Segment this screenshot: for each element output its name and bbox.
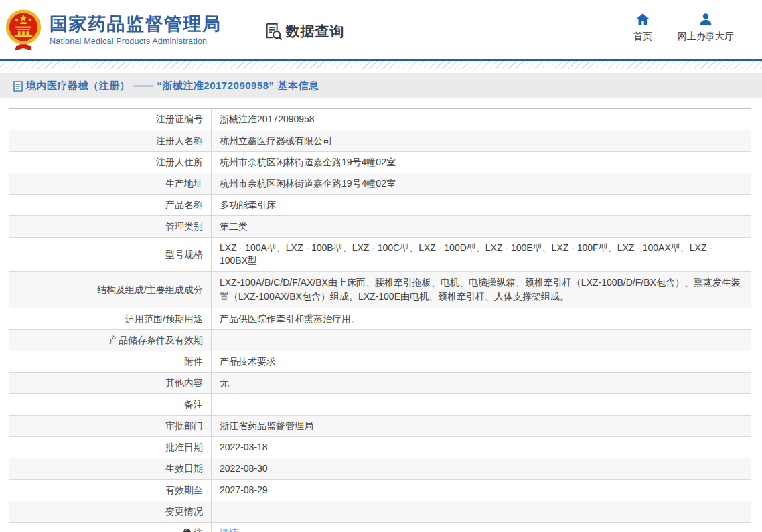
data-query-icon — [263, 21, 283, 41]
row-value-text: 2027-08-29 — [220, 484, 268, 495]
page-title: 境内医疗器械（注册） —— “浙械注准20172090958” 基本信息 — [26, 80, 319, 92]
row-label: 适用范围/预期用途 — [9, 308, 212, 329]
row-value-text: 产品供医院作牵引和熏蒸治疗用。 — [220, 313, 360, 324]
row-value — [212, 394, 751, 415]
row-value-text: 产品技术要求 — [220, 356, 276, 367]
row-value-text: 杭州立鑫医疗器械有限公司 — [220, 135, 332, 146]
table-row: 结构及组成/主要组成成分LXZ-100A/B/C/D/F/AX/BX由上床面、腰… — [9, 271, 751, 308]
row-label: 审批部门 — [9, 416, 212, 436]
row-label-text: 附件 — [184, 355, 203, 368]
row-label-text: 注册人住所 — [156, 156, 203, 169]
row-label: 附件 — [9, 351, 212, 372]
row-value: 2027-08-29 — [212, 480, 751, 501]
row-label: 管理类别 — [9, 216, 212, 237]
national-emblem-logo — [5, 8, 42, 52]
table-row: 注册人住所杭州市余杭区闲林街道嘉企路19号4幢02室 — [9, 151, 751, 173]
table-row: 注册人名称杭州立鑫医疗器械有限公司 — [9, 130, 751, 151]
row-label: 型号规格 — [9, 238, 212, 271]
table-row: 生产地址杭州市余杭区闲林街道嘉企路19号4幢02室 — [9, 173, 751, 194]
row-value-text: 2022-08-30 — [220, 463, 268, 474]
user-icon — [698, 12, 713, 27]
row-label-text: 注册人名称 — [156, 135, 203, 147]
row-label: 注册人住所 — [9, 152, 212, 173]
hatched-stripe — [0, 61, 762, 69]
nav-service-hall[interactable]: 网上办事大厅 — [678, 12, 734, 43]
table-row: 产品名称多功能牵引床 — [9, 194, 751, 215]
row-label-text: 有效期至 — [165, 484, 203, 497]
row-label: 产品名称 — [9, 195, 212, 215]
brand-text: 国家药品监督管理局 National Medical Products Admi… — [50, 13, 222, 46]
row-label-text: 型号规格 — [165, 248, 203, 261]
row-value: 第二类 — [212, 216, 751, 237]
row-label-text: 生产地址 — [165, 177, 203, 190]
table-row: 适用范围/预期用途产品供医院作牵引和熏蒸治疗用。 — [9, 308, 751, 329]
row-label-text: 产品储存条件及有效期 — [109, 334, 203, 347]
row-value-text: 杭州市余杭区闲林街道嘉企路19号4幢02室 — [220, 178, 396, 189]
row-label-text: 注册证编号 — [156, 113, 203, 126]
row-value-text: 浙江省药品监督管理局 — [220, 420, 313, 431]
header-nav: 首页 网上办事大厅 — [633, 12, 734, 43]
row-label-text: 适用范围/预期用途 — [125, 313, 203, 325]
row-value: 浙江省药品监督管理局 — [212, 416, 751, 436]
row-label-text: 其他内容 — [165, 377, 203, 389]
row-value: LXZ - 100A型、LXZ - 100B型、LXZ - 100C型、LXZ … — [212, 238, 751, 271]
row-label-text: 生效日期 — [165, 462, 203, 475]
table-row: 批准日期2022-03-18 — [9, 436, 751, 458]
row-value: 杭州市余杭区闲林街道嘉企路19号4幢02室 — [212, 173, 751, 194]
row-value — [212, 501, 751, 522]
table-row: 注册证编号浙械注准20172090958 — [9, 109, 751, 130]
row-value-text: 2022-03-18 — [220, 442, 268, 452]
table-row: 备注 — [9, 393, 751, 415]
row-label: 生效日期 — [9, 458, 212, 479]
info-table: 注册证编号浙械注准20172090958注册人名称杭州立鑫医疗器械有限公司注册人… — [9, 108, 751, 532]
table-row: 管理类别第二类 — [9, 215, 751, 237]
table-row: 型号规格LXZ - 100A型、LXZ - 100B型、LXZ - 100C型、… — [9, 237, 751, 271]
data-query-label: 数据查询 — [286, 22, 345, 41]
row-value: 2022-08-30 — [212, 458, 751, 479]
site-header: 国家药品监督管理局 National Medical Products Admi… — [0, 0, 762, 59]
row-value: 产品技术要求 — [212, 351, 751, 372]
row-label: 有效期至 — [9, 480, 212, 501]
row-label-text: 审批部门 — [165, 420, 203, 432]
nav-home[interactable]: 首页 — [633, 12, 652, 43]
row-label: 变更情况 — [9, 501, 212, 522]
table-row: 审批部门浙江省药品监督管理局 — [9, 415, 751, 436]
table-row: 产品储存条件及有效期 — [9, 329, 751, 351]
row-value: 无 — [212, 373, 751, 393]
row-value-text: 无 — [220, 377, 229, 388]
table-row: 其他内容无 — [9, 372, 751, 393]
row-label-text: 注 — [194, 527, 203, 532]
row-value — [212, 330, 751, 351]
row-value-text: 杭州市余杭区闲林街道嘉企路19号4幢02室 — [220, 157, 396, 167]
row-value: LXZ-100A/B/C/D/F/AX/BX由上床面、腰椎牵引拖板、电机、电脑操… — [212, 272, 751, 308]
row-label: 注册证编号 — [9, 109, 212, 130]
row-label-text: 结构及组成/主要组成成分 — [97, 284, 203, 296]
page-title-bar: 境内医疗器械（注册） —— “浙械注准20172090958” 基本信息 — [0, 73, 762, 98]
row-value-text: 浙械注准20172090958 — [220, 114, 315, 124]
row-label-text: 产品名称 — [165, 199, 203, 211]
row-value: 产品供医院作牵引和熏蒸治疗用。 — [212, 308, 751, 329]
row-label: 生产地址 — [9, 173, 212, 194]
content-area: 注册证编号浙械注准20172090958注册人名称杭州立鑫医疗器械有限公司注册人… — [0, 98, 762, 532]
table-row: 有效期至2027-08-29 — [9, 479, 751, 501]
row-label-text: 批准日期 — [165, 441, 203, 454]
row-value: 详情 — [212, 523, 751, 532]
nav-home-label: 首页 — [633, 31, 652, 43]
nav-service-hall-label: 网上办事大厅 — [678, 31, 734, 43]
row-value: 2022-03-18 — [212, 437, 751, 458]
table-row: 变更情况 — [9, 501, 751, 522]
row-label-text: 变更情况 — [165, 505, 203, 518]
home-icon — [635, 12, 650, 27]
row-label: 产品储存条件及有效期 — [9, 330, 212, 351]
data-query-tab[interactable]: 数据查询 — [263, 21, 345, 41]
table-row: 注详情 — [9, 522, 751, 532]
brand-title-cn: 国家药品监督管理局 — [50, 14, 222, 35]
detail-link[interactable]: 详情 — [220, 527, 238, 532]
brand-title-en: National Medical Products Administration — [50, 37, 222, 46]
row-value-text: LXZ - 100A型、LXZ - 100B型、LXZ - 100C型、LXZ … — [220, 242, 712, 266]
row-label-text: 管理类别 — [165, 220, 203, 233]
row-value: 浙械注准20172090958 — [212, 109, 751, 130]
row-value-text: LXZ-100A/B/C/D/F/AX/BX由上床面、腰椎牵引拖板、电机、电脑操… — [220, 277, 741, 302]
row-label: 批准日期 — [9, 437, 212, 458]
row-value: 杭州市余杭区闲林街道嘉企路19号4幢02室 — [212, 152, 751, 173]
